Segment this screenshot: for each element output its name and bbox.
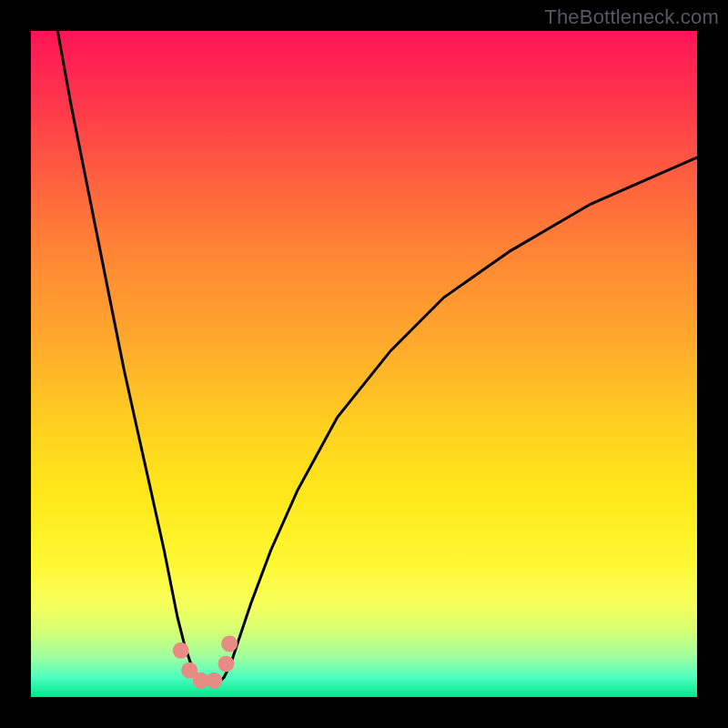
- bottleneck-curve: [57, 31, 697, 683]
- curve-svg: [31, 31, 697, 697]
- curve-markers: [173, 635, 238, 688]
- plot-area: [31, 31, 697, 697]
- curve-marker: [173, 642, 189, 659]
- curve-marker: [218, 655, 235, 672]
- watermark-text: TheBottleneck.com: [544, 5, 719, 29]
- chart-frame: TheBottleneck.com: [0, 0, 728, 728]
- curve-marker: [221, 635, 238, 652]
- curve-marker: [206, 672, 222, 689]
